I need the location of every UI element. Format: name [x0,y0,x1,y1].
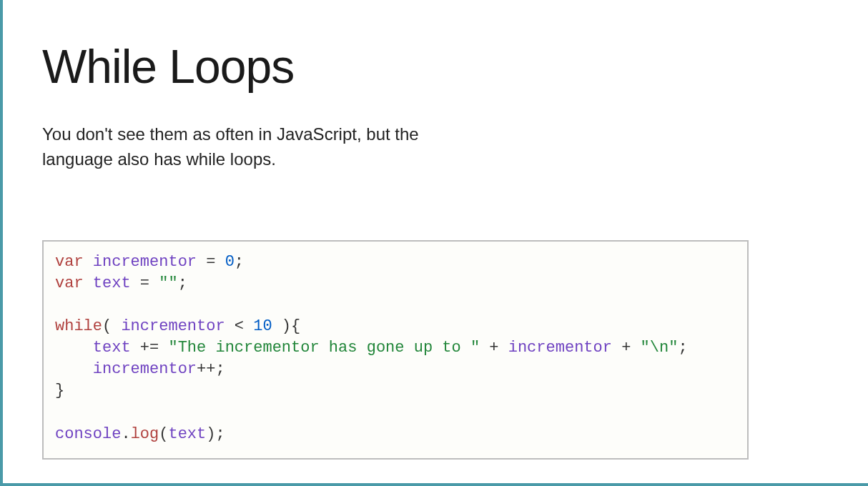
code-token: += [131,339,169,357]
code-token: incrementor [93,253,197,271]
code-token: + [612,339,641,357]
code-token: ( [159,425,168,443]
code-example: var incrementor = 0; var text = ""; whil… [42,240,749,460]
code-token: incrementor [121,317,225,335]
code-token: = [131,274,159,292]
code-token: incrementor [93,360,197,378]
code-token [55,339,93,357]
code-token: ; [678,339,687,357]
code-token: while [55,317,102,335]
code-token: log [131,425,159,443]
code-token: text [93,339,131,357]
code-token: text [93,274,131,292]
slide-heading: While Loops [42,39,832,94]
slide-subtitle: You don't see them as often in JavaScrip… [42,122,428,172]
code-token: console [55,425,121,443]
code-token: < [225,317,254,335]
code-token: var [55,253,84,271]
code-token: = [197,253,225,271]
code-token: 0 [225,253,235,271]
code-token: 10 [253,317,272,335]
code-token: "The incrementor has gone up to " [168,339,480,357]
code-token: var [55,274,84,292]
code-token [55,360,93,378]
code-token: ( [102,317,121,335]
code-token: ; [235,253,244,271]
code-token: text [168,425,206,443]
code-token: "\n" [641,339,679,357]
code-token: } [55,382,64,400]
code-token: "" [159,274,177,292]
code-token: . [121,425,130,443]
code-token: ){ [272,317,301,335]
code-token: ++; [197,360,225,378]
code-token: ); [206,425,225,443]
code-token: + [480,339,508,357]
code-token: incrementor [508,339,612,357]
code-token: ; [178,274,187,292]
